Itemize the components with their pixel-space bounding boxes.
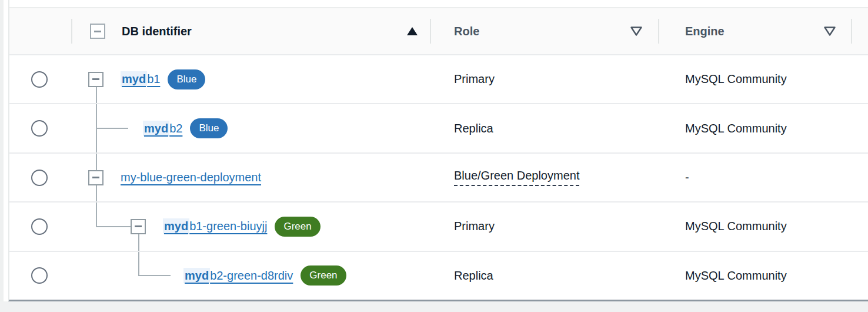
db-identifier-link[interactable]: mydb2 <box>143 122 182 135</box>
role-value-tooltip-trigger[interactable]: Blue/Green Deployment <box>454 169 579 186</box>
tree-connector-line <box>138 234 139 251</box>
column-header-extra <box>852 8 868 54</box>
card-top-divider <box>9 0 868 8</box>
role-value: Primary <box>454 220 495 233</box>
column-divider <box>430 19 431 44</box>
db-instances-table-card: DB identifier Role Engine mydb1 <box>8 0 868 301</box>
table-row: mydb2-green-d8rdiv Green Replica MySQL C… <box>9 252 868 300</box>
minus-icon <box>94 31 101 32</box>
row-radio-button[interactable] <box>31 170 48 186</box>
tree-connector-line <box>96 226 131 227</box>
column-header-label: DB identifier <box>122 25 192 38</box>
column-divider <box>658 19 659 44</box>
blue-badge: Blue <box>190 118 228 138</box>
engine-value: MySQL Community <box>685 269 787 283</box>
tree-connector-line <box>138 252 139 277</box>
column-header-label: Engine <box>685 25 725 38</box>
sortable-icon <box>823 26 836 36</box>
role-value: Primary <box>454 72 495 86</box>
engine-value: MySQL Community <box>685 122 787 135</box>
table-row: mydb1 Blue Primary MySQL Community <box>9 55 868 104</box>
role-value: Replica <box>454 122 493 135</box>
collapse-all-button[interactable] <box>90 24 105 39</box>
db-identifier-link[interactable]: mydb2-green-d8rdiv <box>183 269 293 283</box>
column-divider <box>851 19 852 44</box>
row-radio-button[interactable] <box>31 218 48 235</box>
row-radio-button[interactable] <box>31 71 48 88</box>
engine-value: MySQL Community <box>685 220 787 233</box>
collapse-row-button[interactable] <box>88 170 104 185</box>
minus-icon <box>92 177 99 178</box>
tree-connector-line <box>96 154 97 170</box>
minus-icon <box>135 225 142 227</box>
column-header-engine[interactable]: Engine <box>659 8 852 54</box>
tree-connector-line <box>96 87 97 104</box>
column-header-role[interactable]: Role <box>430 8 659 54</box>
selection-column-header <box>9 8 72 54</box>
table-body: mydb1 Blue Primary MySQL Community mydb2… <box>9 55 868 300</box>
table-row: mydb1-green-biuyjj Green Primary MySQL C… <box>9 203 868 251</box>
role-value: Replica <box>454 269 493 283</box>
db-identifier-link[interactable]: mydb1 <box>121 72 160 86</box>
tree-connector-line <box>96 185 97 202</box>
db-identifier-link[interactable]: mydb1-green-biuyjj <box>163 220 267 233</box>
page-background-bottom <box>0 301 868 312</box>
tree-connector-line <box>138 275 171 276</box>
tree-connector-line <box>96 203 97 227</box>
tree-connector-line <box>96 128 128 129</box>
column-divider <box>71 19 72 44</box>
minus-icon <box>92 78 99 80</box>
column-header-label: Role <box>454 25 479 38</box>
row-radio-button[interactable] <box>31 120 48 137</box>
collapse-row-button[interactable] <box>131 219 146 234</box>
green-badge: Green <box>275 217 320 237</box>
db-identifier-link[interactable]: my-blue-green-deployment <box>121 171 261 184</box>
table-row: my-blue-green-deployment Blue/Green Depl… <box>9 154 868 203</box>
collapse-row-button[interactable] <box>88 72 104 87</box>
engine-value: - <box>685 171 689 184</box>
table-header-row: DB identifier Role Engine <box>9 8 868 55</box>
green-badge: Green <box>301 265 346 286</box>
engine-value: MySQL Community <box>685 72 787 86</box>
page-background-edge <box>0 0 4 312</box>
column-header-db-identifier[interactable]: DB identifier <box>72 8 430 54</box>
row-radio-button[interactable] <box>31 267 48 284</box>
blue-badge: Blue <box>168 69 205 89</box>
sortable-icon <box>630 26 643 36</box>
table-row: mydb2 Blue Replica MySQL Community <box>9 104 868 153</box>
sort-ascending-icon <box>406 26 419 36</box>
